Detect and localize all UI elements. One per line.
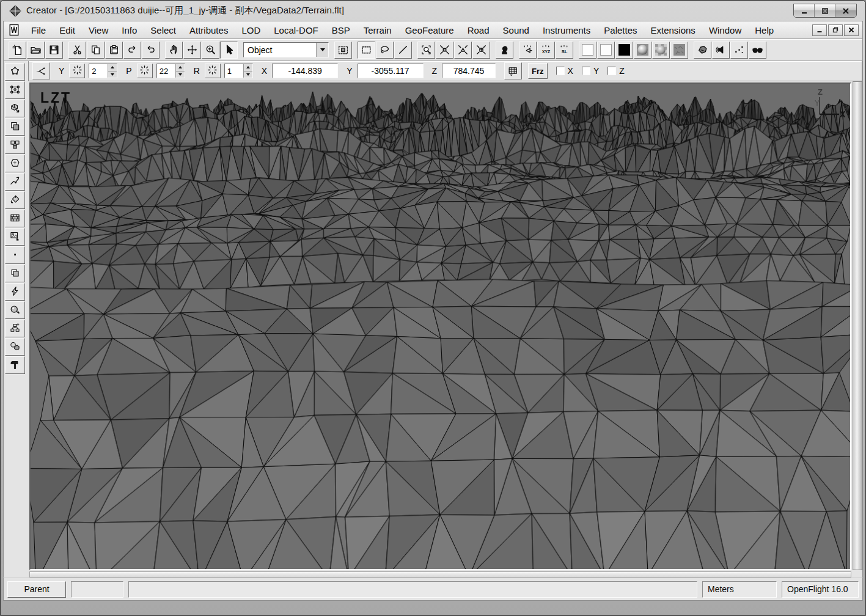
polygon-cage-tool-button[interactable]	[5, 155, 25, 172]
viewport[interactable]: LZT Z Y X	[29, 82, 851, 570]
paint-bucket-tool-button[interactable]	[5, 191, 25, 209]
menu-road[interactable]: Road	[461, 23, 496, 38]
menu-geofeature[interactable]: GeoFeature	[398, 23, 461, 38]
fit-view-button[interactable]	[436, 42, 453, 59]
new-file-button[interactable]	[9, 42, 26, 59]
mdi-minimize-button[interactable]	[812, 24, 827, 36]
menu-sound[interactable]: Sound	[496, 23, 536, 38]
point-tool-button[interactable]	[5, 246, 25, 264]
sl-mode-button[interactable]: SL	[556, 42, 573, 59]
lock-x-checkbox[interactable]	[556, 67, 565, 75]
rotate-y-input[interactable]	[89, 64, 108, 78]
lock-z-checkbox[interactable]	[607, 67, 616, 75]
document-icon[interactable]	[7, 23, 21, 37]
sound-mode-button[interactable]	[712, 42, 730, 59]
cut-button[interactable]	[68, 42, 86, 59]
menu-lod[interactable]: LOD	[235, 23, 267, 38]
menu-attributes[interactable]: Attributes	[183, 23, 235, 38]
menu-edit[interactable]: Edit	[53, 23, 82, 38]
vertex-pull-tool-button[interactable]	[5, 173, 25, 191]
spin-down-button[interactable]	[176, 72, 185, 78]
menu-view[interactable]: View	[82, 23, 115, 38]
paste-button[interactable]	[105, 42, 123, 59]
cubes-group-tool-button[interactable]	[5, 136, 25, 154]
rotate-y-dial-button[interactable]	[69, 64, 85, 78]
right-scroll-strip[interactable]	[853, 81, 862, 570]
swatch-black-button[interactable]	[615, 42, 633, 59]
polygon-mode-button[interactable]	[694, 42, 711, 59]
rotate-p-input[interactable]	[157, 64, 175, 78]
isolate-node-button[interactable]	[334, 42, 352, 59]
lightning-tool-button[interactable]	[5, 283, 25, 301]
undo-button[interactable]	[123, 42, 141, 59]
parent-button[interactable]: Parent	[7, 581, 66, 598]
fit-selected-button[interactable]	[454, 42, 472, 59]
squares-overlap-tool-button[interactable]	[5, 118, 25, 136]
spin-up-button[interactable]	[244, 64, 252, 72]
save-file-button[interactable]	[45, 42, 63, 59]
texture-wall-tool-button[interactable]	[5, 210, 25, 227]
menu-window[interactable]: Window	[702, 23, 748, 38]
point-mode-button[interactable]	[519, 42, 537, 59]
lock-y-checkbox[interactable]	[582, 67, 590, 75]
spin-up-button[interactable]	[176, 64, 185, 72]
texture-swatch-button[interactable]	[670, 42, 688, 59]
move-arrows-button[interactable]	[183, 42, 201, 59]
material-ball-tool-button[interactable]	[5, 301, 25, 319]
statue-tool-button[interactable]	[496, 42, 513, 59]
mdi-restore-button[interactable]	[828, 24, 843, 36]
menu-info[interactable]: Info	[115, 23, 144, 38]
menu-local-dof[interactable]: Local-DOF	[267, 23, 325, 38]
material-sphere-button[interactable]	[634, 42, 651, 59]
fit-all-button[interactable]	[472, 42, 490, 59]
zoom-region-button[interactable]	[417, 42, 435, 59]
spin-down-button[interactable]	[108, 72, 117, 78]
maximize-button[interactable]	[815, 4, 835, 17]
menu-select[interactable]: Select	[144, 23, 183, 38]
duplicate-tool-button[interactable]	[5, 265, 25, 282]
select-arrow-button[interactable]	[220, 42, 238, 59]
position-z-field[interactable]	[442, 64, 496, 78]
object-cage-tool-button[interactable]	[5, 81, 25, 99]
open-file-button[interactable]	[27, 42, 45, 59]
title-bar[interactable]: Creator - [G:/20150311863 duijie--可用_1_j…	[3, 1, 863, 21]
mode-dropdown[interactable]: Object	[243, 42, 329, 57]
hammer-tool-button[interactable]	[5, 356, 25, 374]
close-button[interactable]	[835, 4, 856, 17]
bottom-scroll-strip[interactable]	[29, 571, 851, 578]
menu-palettes[interactable]: Palettes	[597, 23, 644, 38]
pan-hand-button[interactable]	[165, 42, 183, 59]
grid-tool-button[interactable]	[504, 62, 522, 79]
menu-bsp[interactable]: BSP	[325, 23, 357, 38]
menu-extensions[interactable]: Extensions	[644, 23, 702, 38]
terrain-wireframe-canvas[interactable]	[31, 84, 850, 569]
vertex-tool-button[interactable]	[32, 62, 50, 79]
freeze-button[interactable]: Frz	[528, 63, 548, 79]
menu-help[interactable]: Help	[748, 23, 780, 38]
redo-button[interactable]	[142, 42, 160, 59]
position-y-field[interactable]	[358, 64, 424, 78]
dropdown-arrow-button[interactable]	[316, 43, 328, 57]
snap-points-button[interactable]	[730, 42, 748, 59]
rotate-r-input[interactable]	[225, 64, 243, 78]
hierarchy-tool-button[interactable]	[5, 320, 25, 337]
xyz-mode-button[interactable]: XYZ	[537, 42, 555, 59]
preview-glasses-button[interactable]	[749, 42, 766, 59]
swatch-white-2-button[interactable]	[597, 42, 615, 59]
menu-terrain[interactable]: Terrain	[357, 23, 398, 38]
marquee-select-button[interactable]	[358, 42, 375, 59]
spin-up-button[interactable]	[108, 64, 117, 72]
rotate-r-dial-button[interactable]	[205, 64, 221, 78]
primitives-tool-button[interactable]	[5, 338, 25, 356]
minimize-button[interactable]	[794, 4, 815, 17]
lasso-select-button[interactable]	[376, 42, 394, 59]
cube-move-tool-button[interactable]	[5, 100, 25, 117]
rotate-p-dial-button[interactable]	[137, 64, 153, 78]
polygon-draw-tool-button[interactable]	[5, 63, 25, 81]
line-select-button[interactable]	[394, 42, 412, 59]
copy-button[interactable]	[87, 42, 105, 59]
swatch-white-button[interactable]	[579, 42, 596, 59]
menu-file[interactable]: File	[24, 23, 53, 38]
zoom-magnifier-button[interactable]	[202, 42, 219, 59]
menu-instruments[interactable]: Instruments	[536, 23, 597, 38]
